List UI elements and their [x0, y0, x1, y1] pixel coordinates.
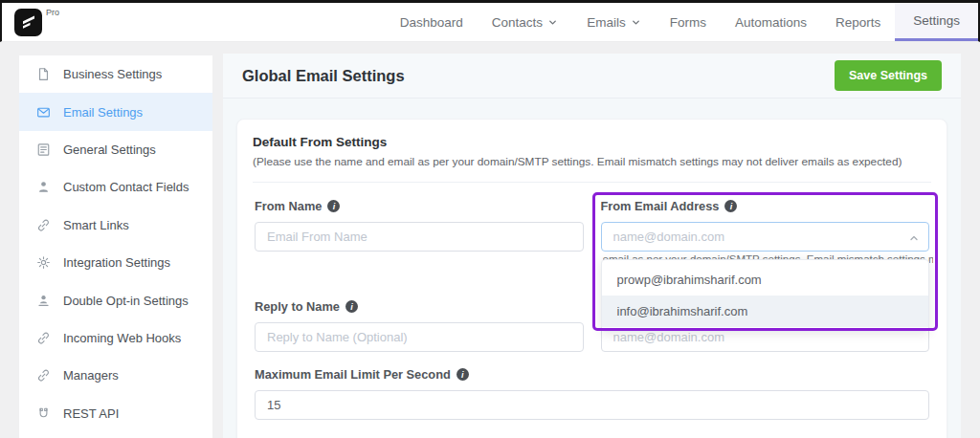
- reply-to-name-field: Reply to Name i: [255, 299, 584, 352]
- link-icon: [36, 368, 51, 383]
- fluentcrm-logo[interactable]: [14, 9, 42, 36]
- envelope-icon: [36, 105, 51, 120]
- gear-icon: [36, 255, 51, 270]
- info-icon[interactable]: i: [724, 200, 737, 212]
- from-email-dropdown: prowp@ibrahimsharif.com info@ibrahimshar…: [601, 259, 930, 332]
- info-icon[interactable]: i: [345, 300, 358, 313]
- reply-to-name-input[interactable]: [255, 322, 584, 352]
- max-email-limit-label: Maximum Email Limit Per Second i: [255, 367, 929, 382]
- chevron-down-icon: [547, 17, 558, 28]
- from-email-select-wrap: [601, 222, 930, 252]
- form-row-3: Maximum Email Limit Per Second i: [255, 367, 929, 420]
- sidebar-item-email-settings[interactable]: Email Settings: [19, 93, 212, 130]
- sidebar-item-incoming-web-hooks[interactable]: Incoming Web Hooks: [19, 319, 212, 357]
- nav-automations[interactable]: Automations: [721, 3, 821, 41]
- logo-bolt-icon: [19, 12, 38, 32]
- sidebar-item-label: Smart Links: [63, 218, 129, 232]
- sidebar-item-general-settings[interactable]: General Settings: [19, 131, 212, 168]
- form-area: From Name i From Email Address i: [253, 199, 931, 420]
- save-settings-button[interactable]: Save Settings: [835, 60, 942, 91]
- user-pin-icon: [36, 294, 51, 308]
- nav-dashboard[interactable]: Dashboard: [386, 3, 478, 41]
- file-icon: [36, 67, 51, 81]
- sidebar-item-label: Business Settings: [63, 67, 162, 81]
- sidebar-item-business-settings[interactable]: Business Settings: [19, 55, 212, 93]
- sidebar-item-label: Email Settings: [63, 105, 143, 120]
- from-email-field: From Email Address i email as per your d…: [601, 199, 930, 252]
- settings-sidebar: Business Settings Email Settings General…: [19, 55, 212, 438]
- main-content: Global Email Settings Save Settings Defa…: [223, 54, 961, 438]
- nav-emails[interactable]: Emails: [572, 3, 656, 41]
- main-nav: Dashboard Contacts Emails Forms Automati…: [386, 3, 978, 41]
- info-icon[interactable]: i: [457, 368, 469, 381]
- chevron-down-icon: [631, 17, 641, 28]
- from-name-input[interactable]: [255, 222, 584, 252]
- from-email-label: From Email Address i: [601, 199, 930, 213]
- sidebar-item-custom-contact-fields[interactable]: Custom Contact Fields: [19, 168, 212, 206]
- from-email-input[interactable]: [601, 222, 930, 252]
- nav-contacts[interactable]: Contacts: [478, 3, 572, 41]
- sidebar-item-label: Double Opt-in Settings: [63, 294, 189, 308]
- sidebar-item-label: Custom Contact Fields: [63, 180, 189, 194]
- dropdown-option[interactable]: info@ibrahimsharif.com: [602, 296, 929, 327]
- app-window: Pro Dashboard Contacts Emails Forms Auto…: [0, 0, 980, 438]
- default-from-settings-card: Default From Settings (Please use the na…: [236, 119, 947, 438]
- sidebar-item-smart-links[interactable]: Smart Links: [19, 207, 212, 244]
- sidebar-item-label: REST API: [63, 406, 119, 421]
- nav-forms[interactable]: Forms: [656, 3, 721, 41]
- pro-badge: Pro: [46, 8, 59, 17]
- link-icon: [36, 218, 51, 232]
- max-email-limit-input[interactable]: [255, 390, 929, 420]
- dropdown-option[interactable]: prowp@ibrahimsharif.com: [602, 264, 929, 296]
- page-title: Global Email Settings: [242, 67, 405, 85]
- sidebar-item-double-opt-in-settings[interactable]: Double Opt-in Settings: [19, 281, 212, 318]
- link-icon: [36, 331, 51, 345]
- chevron-up-icon[interactable]: [908, 230, 920, 248]
- sidebar-item-managers[interactable]: Managers: [19, 357, 212, 394]
- sidebar-item-label: Managers: [63, 368, 119, 383]
- info-icon[interactable]: i: [327, 200, 340, 212]
- sidebar-item-label: Incoming Web Hooks: [63, 331, 181, 345]
- reply-to-name-label: Reply to Name i: [255, 299, 584, 314]
- card-subtitle: (Please use the name and email as per yo…: [253, 155, 931, 168]
- sidebar-item-integration-settings[interactable]: Integration Settings: [19, 244, 212, 281]
- nav-settings[interactable]: Settings: [895, 3, 978, 41]
- sidebar-item-label: Integration Settings: [63, 255, 170, 270]
- page-header: Global Email Settings Save Settings: [223, 54, 961, 99]
- top-navbar: Pro Dashboard Contacts Emails Forms Auto…: [0, 3, 980, 42]
- magnet-icon: [36, 406, 51, 421]
- divider: [253, 182, 931, 183]
- from-name-field: From Name i: [255, 199, 584, 252]
- file-text-icon: [36, 142, 51, 157]
- from-name-label: From Name i: [255, 199, 584, 213]
- card-title: Default From Settings: [253, 135, 931, 149]
- form-row-1: From Name i From Email Address i: [255, 199, 929, 252]
- sidebar-item-rest-api[interactable]: REST API: [19, 395, 212, 432]
- user-icon: [36, 180, 51, 194]
- sidebar-item-label: General Settings: [63, 142, 156, 157]
- nav-reports[interactable]: Reports: [821, 3, 895, 41]
